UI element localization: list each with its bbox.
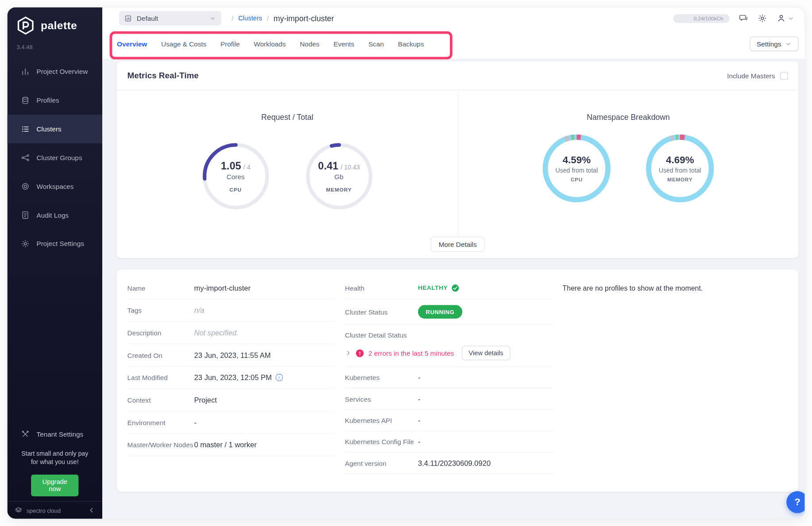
chevron-down-icon <box>785 40 792 47</box>
detail-row-health: Health HEALTHY <box>345 277 553 299</box>
chevron-down-icon <box>788 15 794 22</box>
user-icon <box>777 14 786 23</box>
cluster-tabs: Overview Usage & Costs Profile Workloads… <box>102 29 804 59</box>
sidebar-item-cluster-groups[interactable]: Cluster Groups <box>8 143 103 172</box>
tab-usage-costs[interactable]: Usage & Costs <box>161 29 206 59</box>
cpu-used-percent: 4.59% <box>563 154 591 166</box>
tab-overview[interactable]: Overview <box>117 29 147 59</box>
spectro-cloud-label: spectro cloud <box>27 507 61 513</box>
screenshot-root: palette 3.4.48 Project Overview Profiles… <box>0 0 812 526</box>
include-masters-label: Include Masters <box>727 72 775 80</box>
detail-row-context: Context Project <box>128 389 335 411</box>
sidebar-item-label: Clusters <box>37 125 62 133</box>
cpu-donut: 4.59% Used from total CPU <box>540 132 613 205</box>
sidebar-item-workspaces[interactable]: Workspaces <box>8 172 103 201</box>
error-icon: ! <box>356 349 364 357</box>
sidebar-item-project-settings[interactable]: Project Settings <box>8 230 103 258</box>
error-summary: 2 errors in the last 5 minutes <box>368 349 454 357</box>
sidebar-nav: Project Overview Profiles Clusters Clust… <box>8 58 103 258</box>
detail-row-tags: Tags n/a <box>128 299 335 322</box>
palette-logo-icon <box>15 15 35 35</box>
include-masters: Include Masters <box>727 72 788 80</box>
memory-label: MEMORY <box>326 187 352 192</box>
sidebar-item-clusters[interactable]: Clusters <box>8 115 103 143</box>
user-menu-button[interactable] <box>777 14 794 23</box>
detail-row-cluster-detail-status: Cluster Detail Status ! 2 errors in the … <box>345 325 553 367</box>
tab-backups[interactable]: Backups <box>398 29 424 59</box>
cpu-label: CPU <box>229 187 242 192</box>
app-version: 3.4.48 <box>17 44 33 50</box>
tab-scan[interactable]: Scan <box>368 29 384 59</box>
cpu-donut-label: CPU <box>571 177 583 183</box>
view-details-button[interactable]: View details <box>462 346 510 360</box>
cpu-unit: Cores <box>227 173 245 181</box>
chevron-down-icon <box>209 15 216 22</box>
settings-button[interactable]: Settings <box>750 37 799 51</box>
sidebar-item-profiles[interactable]: Profiles <box>8 86 103 115</box>
chevron-right-icon <box>345 350 351 356</box>
sidebar-collapse-button[interactable] <box>88 507 95 514</box>
expand-errors-button[interactable] <box>345 350 351 356</box>
detail-row-last-modified: Last Modified 23 Jun, 2023, 12:05 PM i <box>128 367 335 389</box>
sidebar-item-label: Project Overview <box>37 68 88 76</box>
spectro-cloud-logo-icon <box>15 506 23 514</box>
sidebar-item-audit-logs[interactable]: Audit Logs <box>8 201 103 230</box>
sidebar-footer: spectro cloud <box>8 501 103 519</box>
upgrade-now-button[interactable]: Upgrade now <box>31 475 78 497</box>
topbar-actions: 0.24/100kCh <box>673 14 794 23</box>
sidebar-item-tenant-settings[interactable]: Tenant Settings <box>8 422 103 445</box>
metrics-card: Metrics Real-Time Include Masters Reques… <box>117 61 798 258</box>
brand-name: palette <box>41 19 77 32</box>
breadcrumb-clusters-link[interactable]: Clusters <box>238 15 262 22</box>
info-icon[interactable]: i <box>275 374 283 381</box>
settings-gear-button[interactable] <box>758 14 767 23</box>
project-icon <box>124 14 132 22</box>
donuts: 4.59% Used from total CPU <box>458 132 798 205</box>
chat-button[interactable] <box>739 14 748 23</box>
more-details-button[interactable]: More Details <box>431 237 484 252</box>
sidebar-item-project-overview[interactable]: Project Overview <box>8 58 103 86</box>
check-circle-icon <box>451 284 459 292</box>
memory-used-percent: 4.69% <box>666 154 694 166</box>
detail-row-environment: Environment - <box>128 411 335 434</box>
details-middle-column: Health HEALTHY Cluster Status RUNNING Cl… <box>345 277 553 474</box>
memory-total-value: / 10.43 <box>340 164 360 171</box>
cpu-total-value: / 4 <box>244 164 251 171</box>
sidebar-item-label: Workspaces <box>37 183 74 191</box>
upgrade-promo-text: Start small and only pay for what you us… <box>8 449 103 466</box>
tab-profile[interactable]: Profile <box>220 29 240 59</box>
detail-row-master-worker-nodes: Master/Worker Nodes 0 master / 1 worker <box>128 434 335 457</box>
project-selector-value: Default <box>137 14 205 22</box>
breadcrumb-current: my-import-cluster <box>274 14 334 23</box>
tab-workloads[interactable]: Workloads <box>254 29 286 59</box>
detail-row-cluster-status: Cluster Status RUNNING <box>345 299 553 325</box>
namespace-breakdown-pane: Namespace Breakdown 4.59% Used from tota… <box>458 90 798 258</box>
cpu-used-caption: Used from total <box>555 167 598 174</box>
request-total-title: Request / Total <box>117 113 458 122</box>
tab-nodes[interactable]: Nodes <box>300 29 319 59</box>
cpu-request-value: 1.05 <box>221 160 241 172</box>
chat-icon <box>739 14 748 23</box>
help-button[interactable]: ? <box>786 491 804 513</box>
detail-row-agent-version: Agent version 3.4.11/20230609.0920 <box>345 453 553 474</box>
chevron-left-icon <box>88 507 95 514</box>
app-window: palette 3.4.48 Project Overview Profiles… <box>8 8 805 519</box>
cluster-groups-icon <box>21 154 30 162</box>
project-settings-icon <box>21 239 30 248</box>
memory-unit: Gb <box>334 173 343 181</box>
clusters-icon <box>21 125 30 134</box>
health-status-badge: HEALTHY <box>418 284 459 292</box>
sidebar-item-label: Project Settings <box>37 240 84 248</box>
brand: palette <box>15 15 77 35</box>
tenant-settings-label: Tenant Settings <box>37 430 84 438</box>
tab-events[interactable]: Events <box>333 29 354 59</box>
cluster-status-badge[interactable]: RUNNING <box>418 305 462 319</box>
include-masters-checkbox[interactable] <box>780 72 788 80</box>
gear-icon <box>758 14 767 23</box>
project-selector[interactable]: Default <box>119 11 221 26</box>
memory-donut-label: MEMORY <box>667 177 692 183</box>
memory-request-value: 0.41 <box>318 160 338 172</box>
detail-row-kubernetes: Kubernetes - <box>345 367 553 388</box>
detail-row-kubernetes-api: Kubernetes API - <box>345 410 553 431</box>
sidebar: palette 3.4.48 Project Overview Profiles… <box>8 8 103 519</box>
